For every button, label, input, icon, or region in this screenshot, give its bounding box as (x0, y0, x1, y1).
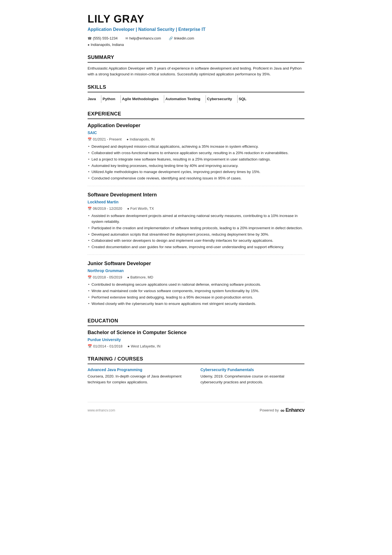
linkedin-contact: 🔗 linkedin.com (169, 36, 194, 41)
education-section: EDUCATION Bachelor of Science in Compute… (88, 317, 304, 349)
brand-logo-icon: ∞ (281, 406, 284, 415)
skills-section: SKILLS JavaPythonAgile MethodologiesAuto… (88, 83, 304, 104)
training-title: TRAINING / COURSES (88, 355, 304, 364)
bullet-list: Assisted in software development project… (88, 213, 304, 250)
job-location: ● Fort Worth, TX (127, 206, 154, 211)
location-contact: ● Indianapolis, Indiana (88, 42, 124, 48)
skills-list: JavaPythonAgile MethodologiesAutomation … (88, 95, 304, 104)
experience-title: EXPERIENCE (88, 110, 304, 119)
job-date: 📅 01/2021 - Present (88, 137, 121, 142)
bullet-list: Contributed to developing secure applica… (88, 282, 304, 307)
training-item-text: Coursera, 2020. In-depth coverage of Jav… (88, 374, 192, 385)
list-item: Utilized Agile methodologies to manage d… (88, 169, 304, 175)
training-item: Cybersecurity FundamentalsUdemy, 2019. C… (200, 367, 304, 385)
training-item-title: Cybersecurity Fundamentals (200, 367, 304, 373)
calendar-icon: 📅 (88, 137, 92, 142)
list-item: Wrote and maintained code for various so… (88, 288, 304, 294)
job-entry: Junior Software DeveloperNorthrop Grumma… (88, 260, 304, 311)
brand-name: Enhancv (286, 406, 304, 414)
skill-item: Python (103, 95, 121, 103)
calendar-icon: 📅 (88, 344, 92, 349)
skill-item: Cybersecurity (207, 95, 238, 103)
footer: www.enhancv.com Powered by ∞ Enhancv (88, 402, 304, 415)
skills-title: SKILLS (88, 83, 304, 92)
skill-item: Java (88, 95, 101, 103)
candidate-title: Application Developer | National Securit… (88, 26, 304, 33)
list-item: Developed and deployed mission-critical … (88, 144, 304, 150)
experience-section: EXPERIENCE Application DeveloperSAIC 📅 0… (88, 110, 304, 311)
candidate-name: LILY GRAY (88, 13, 304, 25)
education-title: EDUCATION (88, 317, 304, 326)
bullet-list: Developed and deployed mission-critical … (88, 144, 304, 182)
list-item: Assisted in software development project… (88, 213, 304, 225)
location-value: Baltimore, MD (130, 275, 153, 280)
location-value: Fort Worth, TX (130, 206, 154, 211)
skill-item: Automation Testing (165, 95, 206, 103)
list-item: Participated in the creation and impleme… (88, 225, 304, 231)
job-meta: 📅 01/2018 - 05/2019 ● Baltimore, MD (88, 275, 304, 280)
education-entry: Bachelor of Science in Computer Science … (88, 329, 304, 349)
powered-by-text: Powered by (260, 408, 279, 413)
company-name: Lockheed Martin (88, 199, 304, 205)
training-item: Advanced Java ProgrammingCoursera, 2020.… (88, 367, 192, 385)
list-item: Conducted comprehensive code reviews, id… (88, 176, 304, 181)
summary-title: SUMMARY (88, 54, 304, 63)
list-item: Led a project to integrate new software … (88, 157, 304, 162)
training-section: TRAINING / COURSES Advanced Java Program… (88, 355, 304, 385)
jobs-container: Application DeveloperSAIC 📅 01/2021 - Pr… (88, 122, 304, 311)
job-entry: Application DeveloperSAIC 📅 01/2021 - Pr… (88, 122, 304, 186)
job-location: ● Indianapolis, IN (126, 137, 155, 142)
contact-row: ☎ (555) 555-1234 ✉ help@enhancv.com 🔗 li… (88, 36, 304, 41)
training-grid: Advanced Java ProgrammingCoursera, 2020.… (88, 367, 304, 385)
location-row: ● Indianapolis, Indiana (88, 42, 304, 48)
location-pin-icon: ● (126, 137, 128, 142)
edu-location-icon: ● (128, 344, 130, 349)
job-title: Junior Software Developer (88, 260, 304, 267)
edu-location: ● West Lafayette, IN (128, 344, 161, 349)
email-icon: ✉ (125, 36, 128, 41)
job-title: Application Developer (88, 122, 304, 129)
job-date: 📅 06/2019 - 12/2020 (88, 206, 122, 211)
email-contact: ✉ help@enhancv.com (125, 36, 161, 41)
list-item: Collaborated with senior developers to d… (88, 238, 304, 244)
job-meta: 📅 06/2019 - 12/2020 ● Fort Worth, TX (88, 206, 304, 211)
date-value: 06/2019 - 12/2020 (93, 206, 122, 211)
footer-website: www.enhancv.com (88, 408, 115, 413)
link-icon: 🔗 (169, 36, 173, 41)
date-value: 01/2021 - Present (93, 137, 121, 142)
calendar-icon: 📅 (88, 275, 92, 280)
list-item: Worked closely with the cybersecurity te… (88, 301, 304, 307)
company-name: Northrop Grumman (88, 268, 304, 274)
phone-icon: ☎ (88, 36, 92, 41)
summary-section: SUMMARY Enthusiastic Application Develop… (88, 54, 304, 77)
training-item-title: Advanced Java Programming (88, 367, 192, 373)
location-value: Indianapolis, Indiana (91, 42, 124, 48)
resume-page: LILY GRAY Application Developer | Nation… (71, 0, 321, 431)
calendar-icon: 📅 (88, 206, 92, 211)
job-location: ● Baltimore, MD (127, 275, 153, 280)
linkedin-value: linkedin.com (174, 36, 194, 41)
edu-meta: 📅 01/2014 - 01/2018 ● West Lafayette, IN (88, 344, 304, 349)
location-icon: ● (88, 42, 90, 47)
company-name: SAIC (88, 130, 304, 136)
location-pin-icon: ● (127, 206, 129, 211)
location-pin-icon: ● (127, 275, 129, 280)
degree-title: Bachelor of Science in Computer Science (88, 329, 304, 336)
location-value: Indianapolis, IN (130, 137, 155, 142)
header: LILY GRAY Application Developer | Nation… (88, 13, 304, 48)
phone-value: (555) 555-1234 (93, 36, 118, 41)
email-value: help@enhancv.com (129, 36, 161, 41)
job-meta: 📅 01/2021 - Present ● Indianapolis, IN (88, 137, 304, 142)
list-item: Created documentation and user guides fo… (88, 244, 304, 250)
list-item: Contributed to developing secure applica… (88, 282, 304, 288)
job-title: Software Development Intern (88, 191, 304, 199)
list-item: Automated key testing processes, reducin… (88, 163, 304, 169)
skill-item: Agile Methodologies (122, 95, 164, 103)
list-item: Collaborated with cross-functional teams… (88, 150, 304, 156)
skill-item: SQL (239, 95, 252, 103)
list-item: Developed automation scripts that stream… (88, 232, 304, 238)
edu-date: 📅 01/2014 - 01/2018 (88, 344, 123, 349)
phone-contact: ☎ (555) 555-1234 (88, 36, 118, 41)
list-item: Performed extensive testing and debuggin… (88, 295, 304, 300)
summary-text: Enthusiastic Application Developer with … (88, 65, 304, 77)
